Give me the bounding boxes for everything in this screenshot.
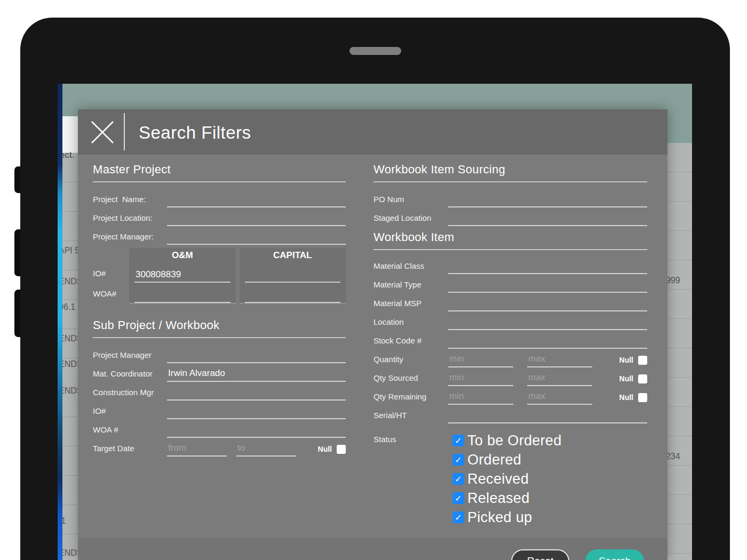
- min-input[interactable]: [448, 353, 513, 367]
- field-input[interactable]: [448, 278, 647, 293]
- target-date-row: Target Date Null: [93, 438, 346, 457]
- camera-bar: [349, 47, 401, 55]
- target-date-from-input[interactable]: [167, 442, 227, 457]
- field-input[interactable]: [167, 211, 346, 226]
- null-label: Null: [318, 445, 332, 457]
- capital-column: CAPITAL: [240, 248, 346, 303]
- field-label: Project Name:: [93, 195, 167, 207]
- master-project-fields: Project Name: Project Location: Project …: [93, 189, 346, 245]
- form-field-row: IO#: [93, 401, 346, 419]
- status-option[interactable]: ✓ Received: [452, 469, 562, 489]
- null-label: Null: [619, 393, 633, 405]
- bg-table-right-sliver: [667, 109, 692, 560]
- header-divider: [124, 113, 125, 150]
- null-label: Null: [619, 356, 633, 367]
- max-input[interactable]: [527, 353, 592, 367]
- field-label: Mat. Coordinator: [93, 369, 167, 382]
- screen: ect. API 5L ENDS 06.1 ENDS ENDS ENDS .1 …: [58, 84, 692, 560]
- io-capital-input[interactable]: [245, 263, 341, 283]
- form-field-row: Location: [374, 311, 647, 330]
- null-checkbox[interactable]: [638, 356, 647, 365]
- field-label: PO Num: [374, 195, 448, 207]
- woa-capital-input[interactable]: [245, 283, 341, 303]
- field-label: Qty Remaining: [374, 392, 448, 405]
- null-checkbox[interactable]: [337, 445, 346, 454]
- io-woa-table: IO# WOA# O&M 300808839 CAPITAL: [93, 248, 346, 303]
- min-input[interactable]: [448, 390, 513, 405]
- field-label: Quantity: [374, 355, 448, 367]
- field-label: Stock Code #: [374, 336, 448, 349]
- checkbox-checked-icon[interactable]: ✓: [452, 473, 464, 485]
- section-heading-workbook-item: Workbook Item: [374, 230, 647, 250]
- sub-project-fields: Project Manager Mat. Coordinator Constru…: [93, 345, 346, 438]
- io-om-input[interactable]: 300808839: [134, 263, 231, 283]
- status-option[interactable]: ✓ Released: [452, 489, 562, 508]
- form-field-row: Project Name:: [93, 189, 346, 207]
- section-heading-master-project: Master Project: [93, 163, 346, 182]
- null-label: Null: [619, 374, 633, 386]
- sourcing-fields: PO Num Staged Location: [374, 189, 647, 226]
- field-label: Project Manager:: [93, 232, 167, 245]
- field-label: Location: [374, 317, 448, 330]
- reset-button[interactable]: Reset: [511, 549, 569, 560]
- modal-header: Search Filters: [78, 109, 667, 155]
- form-field-row: Staged Location: [374, 207, 647, 226]
- checkbox-checked-icon[interactable]: ✓: [452, 492, 464, 504]
- checkbox-checked-icon[interactable]: ✓: [452, 511, 464, 523]
- target-date-to-input[interactable]: [236, 442, 296, 457]
- field-label: Material Class: [374, 261, 448, 274]
- form-field-row: Material MSP: [374, 293, 647, 311]
- field-input[interactable]: [167, 348, 346, 363]
- form-field-row: WOA #: [93, 419, 346, 438]
- serial-ht-input[interactable]: [448, 409, 647, 423]
- field-label: Material MSP: [374, 299, 448, 311]
- field-input[interactable]: [448, 259, 647, 274]
- section-heading-sourcing: Workbook Item Sourcing: [374, 163, 647, 182]
- min-input[interactable]: [448, 371, 513, 386]
- status-option-label: Received: [467, 471, 529, 487]
- field-input[interactable]: [167, 386, 346, 401]
- field-input[interactable]: [448, 297, 647, 311]
- null-checkbox[interactable]: [638, 374, 647, 383]
- search-button[interactable]: Search: [585, 549, 644, 560]
- status-option[interactable]: ✓ To be Ordered: [452, 431, 562, 450]
- form-field-row: Stock Code #: [374, 330, 647, 349]
- field-input[interactable]: [167, 367, 346, 382]
- form-field-row: Material Class: [374, 255, 647, 274]
- status-option[interactable]: ✓ Ordered: [452, 450, 562, 469]
- field-input[interactable]: [167, 404, 346, 419]
- field-input[interactable]: [167, 230, 346, 245]
- om-column: O&M 300808839: [129, 248, 236, 303]
- field-label: Qty Sourced: [374, 373, 448, 386]
- status-option[interactable]: ✓ Picked up: [452, 508, 562, 527]
- range-field-row: Qty Remaining Null: [374, 386, 647, 405]
- field-label: IO#: [93, 406, 167, 419]
- modal-title: Search Filters: [139, 109, 251, 155]
- max-input[interactable]: [527, 371, 592, 386]
- field-input[interactable]: [448, 315, 647, 330]
- field-input[interactable]: [448, 334, 647, 349]
- max-input[interactable]: [527, 390, 592, 405]
- range-field-row: Qty Sourced Null: [374, 367, 647, 386]
- field-input[interactable]: [448, 211, 647, 226]
- scroll-indicator[interactable]: [58, 84, 62, 560]
- app-header-band: [58, 84, 692, 109]
- status-option-label: To be Ordered: [467, 433, 562, 449]
- search-filters-modal: Search Filters Master Project Project Na…: [78, 109, 667, 560]
- status-option-label: Picked up: [467, 509, 532, 526]
- close-icon[interactable]: [89, 118, 116, 146]
- field-input[interactable]: [167, 423, 346, 438]
- om-column-header: O&M: [129, 248, 236, 263]
- field-input[interactable]: [448, 193, 647, 207]
- capital-column-header: CAPITAL: [240, 248, 346, 263]
- field-label: Staged Location: [374, 213, 448, 226]
- null-checkbox[interactable]: [638, 393, 647, 402]
- field-input[interactable]: [167, 193, 346, 207]
- field-label: Project Manager: [93, 350, 167, 363]
- checkbox-checked-icon[interactable]: ✓: [452, 435, 464, 446]
- status-filter: Status ✓ To be Ordered ✓ Ordered ✓ Recei…: [374, 431, 647, 527]
- form-field-row: Project Manager: [93, 345, 346, 363]
- woa-om-input[interactable]: [134, 283, 231, 303]
- serial-row: Serial/HT: [374, 405, 647, 423]
- checkbox-checked-icon[interactable]: ✓: [452, 454, 464, 466]
